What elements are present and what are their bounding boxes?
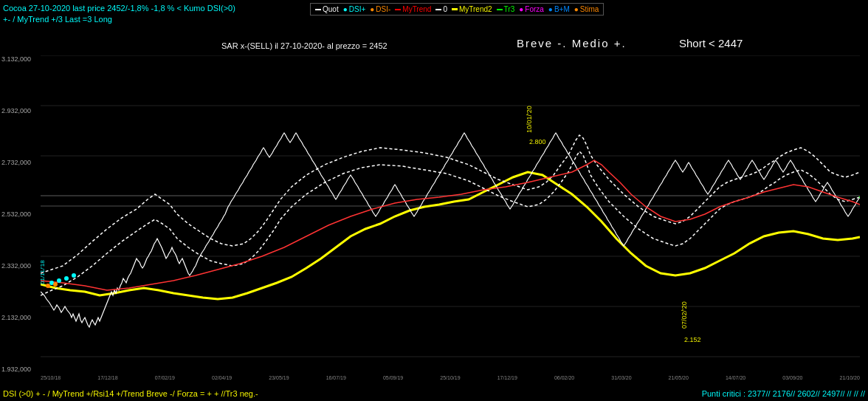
bm-icon: ● — [548, 5, 553, 13]
sar-text: SAR x-(SELL) il 27-10-2020- al prezzo = … — [221, 41, 388, 50]
bottom-bar: DSI (>0) + - / MyTrend +/Rsi14 +/Trend B… — [3, 389, 865, 398]
x-label: 02/04/19 — [212, 375, 232, 380]
main-chart-svg: 10/01/'20 2.800 07/02/'20 2.152 01/11/'1… — [41, 55, 860, 358]
zero-line-icon — [435, 9, 441, 10]
white-price-line — [41, 133, 860, 327]
x-label: 31/03/20 — [611, 375, 631, 380]
x-label: 14/07/20 — [726, 375, 745, 380]
x-axis: 25/10/18 17/12/18 07/02/19 02/04/19 23/0… — [41, 375, 860, 380]
legend-dsi-minus-label: DSI- — [376, 5, 390, 13]
chart-area: 10/01/'20 2.800 07/02/'20 2.152 01/11/'1… — [41, 55, 860, 358]
chart-legend: Quot ● DSI+ ● DSI- MyTrend 0 MyTrend2 Tr… — [310, 3, 604, 16]
legend-mytrend2-label: MyTrend2 — [459, 5, 492, 13]
quot-line-icon — [315, 9, 321, 10]
mytrend2-line-icon — [452, 8, 458, 10]
legend-quot: Quot — [315, 5, 339, 13]
x-label: 21/10/20 — [840, 375, 860, 380]
cyan-dot-3 — [64, 276, 69, 281]
y-label-4: 2.532,000 — [1, 210, 44, 218]
x-label: 25/10/19 — [440, 375, 460, 380]
date-label-1: 10/01/'20 — [526, 106, 533, 133]
dsi-analysis-text: DSI (>0) + - / MyTrend +/Rsi14 +/Trend B… — [3, 389, 258, 398]
header-subtitle: +- / MyTrend +/3 Last =3 Long — [3, 14, 235, 25]
legend-bm: ● B+M — [548, 5, 570, 13]
y-label-2: 2.932,000 — [1, 107, 44, 114]
y-label-6: 2.132,000 — [1, 314, 44, 321]
legend-stima-label: Stima — [580, 5, 599, 13]
y-label-7: 1.932,000 — [1, 366, 44, 373]
legend-zero: 0 — [435, 5, 447, 13]
cyan-dot-4 — [72, 273, 76, 278]
critical-points-text: Punti critici : 2377// 2176// 2602// 249… — [702, 389, 865, 398]
legend-tr3: Tr3 — [497, 5, 515, 13]
x-label: 23/05/19 — [269, 375, 289, 380]
x-label: 16/07/19 — [326, 375, 346, 380]
legend-zero-label: 0 — [443, 5, 447, 13]
x-label: 17/12/18 — [97, 375, 117, 380]
trend-text: Breve -. Medio +. — [517, 37, 627, 49]
yellow-mytrend2-line — [41, 172, 860, 299]
x-label: 17/12/19 — [497, 375, 517, 380]
y-label-3: 2.732,000 — [1, 159, 44, 166]
stima-icon: ● — [574, 5, 579, 13]
y-axis: 3.132,000 2.932,000 2.732,000 2.532,000 … — [0, 55, 44, 373]
x-label: 05/09/19 — [383, 375, 403, 380]
dsi-minus-icon: ● — [370, 5, 374, 13]
white-dotted-lower — [41, 151, 860, 295]
cyan-dot-2 — [57, 278, 61, 283]
legend-tr3-label: Tr3 — [504, 5, 515, 13]
dsi-plus-icon: ● — [343, 5, 348, 13]
legend-mytrend: MyTrend — [395, 5, 431, 13]
legend-dsi-plus: ● DSI+ — [343, 5, 366, 13]
header-title: Cocoa 27-10-2020 last price 2452/-1,8% -… — [3, 3, 235, 14]
legend-bm-label: B+M — [554, 5, 570, 13]
x-label: 25/10/18 — [41, 375, 61, 380]
legend-mytrend2: MyTrend2 — [452, 5, 492, 13]
x-label: 06/02/20 — [554, 375, 574, 380]
chart-container: Cocoa 27-10-2020 last price 2452/-1,8% -… — [0, 0, 868, 401]
orange-dot-1 — [46, 284, 50, 288]
y-label-5: 2.332,000 — [1, 262, 44, 270]
legend-mytrend-label: MyTrend — [402, 5, 431, 13]
price-label-2152: 2.152 — [684, 336, 701, 343]
legend-dsi-plus-label: DSI+ — [349, 5, 366, 13]
tr3-line-icon — [497, 9, 503, 10]
y-label-1: 3.132,000 — [1, 55, 44, 63]
price-label-2800: 2.800 — [529, 138, 546, 145]
date-label-3: 01/11/'18 — [41, 260, 46, 284]
legend-forza: ● Forza — [519, 5, 544, 13]
red-mytrend-line — [41, 160, 860, 290]
legend-quot-label: Quot — [323, 5, 339, 13]
x-label: 03/09/20 — [782, 375, 802, 380]
chart-header: Cocoa 27-10-2020 last price 2452/-1,8% -… — [3, 3, 235, 26]
legend-forza-label: Forza — [525, 5, 544, 13]
mytrend-line-icon — [395, 9, 401, 10]
short-text: Short < 2447 — [679, 37, 743, 49]
legend-dsi-minus: ● DSI- — [370, 5, 390, 13]
orange-dot-2 — [53, 282, 58, 287]
forza-icon: ● — [519, 5, 523, 13]
x-label: 21/05/20 — [669, 375, 689, 380]
date-label-2: 07/02/'20 — [681, 301, 688, 329]
legend-stima: ● Stima — [574, 5, 599, 13]
x-label: 07/02/19 — [155, 375, 175, 380]
